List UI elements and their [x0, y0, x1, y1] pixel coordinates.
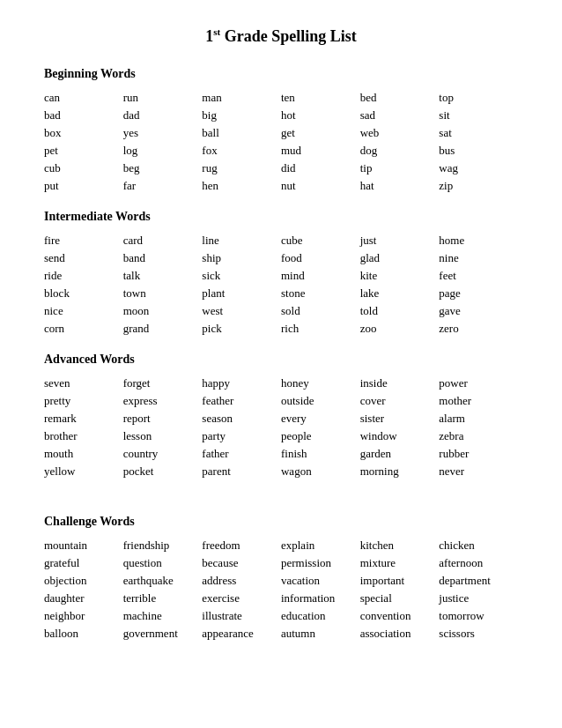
word-cell: mind	[281, 268, 360, 284]
word-cell: top	[439, 90, 518, 106]
word-cell: pet	[44, 143, 123, 159]
word-cell: mother	[439, 393, 518, 409]
word-cell: block	[44, 286, 123, 301]
word-cell: express	[123, 393, 203, 409]
word-cell: sat	[439, 125, 518, 141]
word-cell: department	[439, 573, 518, 589]
word-cell: bed	[360, 90, 440, 106]
word-cell: nine	[439, 250, 518, 266]
word-cell: education	[281, 608, 360, 624]
section-challenge: Challenge Wordsmountainfriendshipfreedom…	[44, 515, 518, 642]
word-cell: association	[360, 626, 440, 642]
word-cell: yellow	[44, 464, 123, 479]
word-cell: grand	[123, 321, 203, 337]
word-cell: people	[281, 428, 360, 444]
word-cell: chicken	[439, 538, 518, 553]
word-cell: line	[202, 233, 281, 249]
word-cell: every	[281, 411, 360, 427]
section-title-intermediate: Intermediate Words	[44, 210, 518, 224]
word-cell: cub	[44, 160, 123, 176]
word-cell: gave	[439, 303, 518, 319]
word-cell: because	[202, 555, 281, 571]
word-cell: freedom	[202, 538, 281, 553]
word-cell: web	[360, 125, 440, 141]
word-cell: permission	[281, 555, 360, 571]
word-cell: moon	[123, 303, 203, 319]
word-cell: far	[123, 178, 203, 194]
word-grid-intermediate: firecardlinecubejusthomesendbandshipfood…	[44, 233, 518, 337]
word-cell: can	[44, 90, 123, 106]
word-cell: appearance	[202, 626, 281, 642]
word-cell: zoo	[360, 321, 440, 337]
word-cell: government	[123, 626, 203, 642]
word-cell: zip	[439, 178, 518, 194]
word-cell: send	[44, 250, 123, 266]
section-title-challenge: Challenge Words	[44, 515, 518, 529]
word-cell: stone	[281, 286, 360, 301]
word-cell: wagon	[281, 464, 360, 479]
word-cell: window	[360, 428, 440, 444]
word-cell: run	[123, 90, 203, 106]
word-cell: grateful	[44, 555, 123, 571]
word-cell: vacation	[281, 573, 360, 589]
word-cell: bad	[44, 108, 123, 123]
section-intermediate: Intermediate Wordsfirecardlinecubejustho…	[44, 210, 518, 337]
word-cell: put	[44, 178, 123, 194]
word-cell: mouth	[44, 446, 123, 462]
word-cell: important	[360, 573, 440, 589]
word-cell: pick	[202, 321, 281, 337]
word-cell: nut	[281, 178, 360, 194]
word-cell: tip	[360, 160, 440, 176]
word-cell: happy	[202, 375, 281, 391]
word-cell: balloon	[44, 626, 123, 642]
word-cell: lake	[360, 286, 440, 301]
word-cell: remark	[44, 411, 123, 427]
word-cell: yes	[123, 125, 203, 141]
word-cell: pretty	[44, 393, 123, 409]
word-cell: beg	[123, 160, 203, 176]
word-cell: get	[281, 125, 360, 141]
word-cell: man	[202, 90, 281, 106]
word-cell: ten	[281, 90, 360, 106]
word-cell: question	[123, 555, 203, 571]
word-cell: page	[439, 286, 518, 301]
word-cell: talk	[123, 268, 203, 284]
word-cell: wag	[439, 160, 518, 176]
word-cell: seven	[44, 375, 123, 391]
word-cell: glad	[360, 250, 440, 266]
word-cell: mixture	[360, 555, 440, 571]
word-cell: card	[123, 233, 203, 249]
word-cell: morning	[360, 464, 440, 479]
word-cell: sad	[360, 108, 440, 123]
word-cell: log	[123, 143, 203, 159]
word-cell: neighbor	[44, 608, 123, 624]
page-title: 1st Grade Spelling List	[44, 26, 518, 46]
word-cell: hat	[360, 178, 440, 194]
word-cell: daughter	[44, 591, 123, 606]
word-cell: scissors	[439, 626, 518, 642]
word-cell: kite	[360, 268, 440, 284]
word-grid-beginning: canrunmantenbedtopbaddadbighotsadsitboxy…	[44, 90, 518, 194]
word-cell: never	[439, 464, 518, 479]
word-cell: address	[202, 573, 281, 589]
word-grid-challenge: mountainfriendshipfreedomexplainkitchenc…	[44, 538, 518, 642]
word-cell: zebra	[439, 428, 518, 444]
word-cell: afternoon	[439, 555, 518, 571]
word-cell: ship	[202, 250, 281, 266]
word-cell: exercise	[202, 591, 281, 606]
word-cell: finish	[281, 446, 360, 462]
word-cell: sick	[202, 268, 281, 284]
word-cell: plant	[202, 286, 281, 301]
word-cell: machine	[123, 608, 203, 624]
word-cell: power	[439, 375, 518, 391]
word-cell: report	[123, 411, 203, 427]
word-cell: season	[202, 411, 281, 427]
word-cell: fire	[44, 233, 123, 249]
word-cell: west	[202, 303, 281, 319]
word-cell: nice	[44, 303, 123, 319]
word-cell: hen	[202, 178, 281, 194]
word-cell: tomorrow	[439, 608, 518, 624]
word-cell: hot	[281, 108, 360, 123]
word-cell: bus	[439, 143, 518, 159]
word-cell: parent	[202, 464, 281, 479]
